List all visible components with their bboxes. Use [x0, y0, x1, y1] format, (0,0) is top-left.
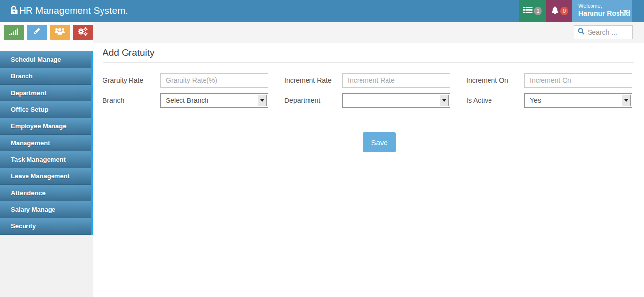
body: Schedul Manage Branch Department Office … [0, 43, 644, 297]
gears-button[interactable] [73, 25, 93, 40]
save-button[interactable]: Save [363, 132, 396, 152]
gears-icon [77, 27, 88, 38]
is-active-group: Is Active Yes [466, 93, 632, 108]
toolbar-quick-buttons [0, 22, 93, 43]
dropdown-arrow-icon [440, 95, 449, 106]
is-active-select-value: Yes [530, 97, 541, 104]
sidebar-item-task-management[interactable]: Task Management [0, 151, 93, 168]
increment-rate-input[interactable] [342, 73, 450, 88]
is-active-select[interactable]: Yes [524, 93, 632, 108]
tasks-menu-button[interactable]: 1 [519, 0, 546, 22]
sidebar-item-leave-management[interactable]: Leave Management [0, 168, 93, 185]
department-select[interactable] [342, 93, 450, 108]
page-title: Add Gratuity [103, 48, 634, 58]
sidebar-item-security[interactable]: Security [0, 218, 93, 235]
app-window: HR Management System. 1 [0, 0, 644, 297]
dropdown-arrow-icon [258, 95, 267, 106]
increment-rate-label: Increment Rate [284, 73, 342, 88]
sidebar-item-department[interactable]: Department [0, 85, 93, 101]
header-right: 1 0 Welcome, Harunur Roshid [519, 0, 644, 22]
bar-chart-icon [9, 28, 18, 37]
caret-down-icon [623, 10, 629, 13]
branch-select[interactable]: Select Branch [160, 93, 268, 108]
dropdown-arrow-icon [622, 95, 631, 106]
header-bar: HR Management System. 1 [0, 0, 644, 22]
sidebar-gap [0, 43, 93, 51]
search-input[interactable] [588, 28, 629, 36]
sidebar-item-management[interactable]: Management [0, 135, 93, 151]
user-menu[interactable]: Welcome, Harunur Roshid [572, 0, 632, 22]
form-row-2: Branch Select Branch Department Is Activ… [103, 93, 634, 108]
sidebar-item-schedul-manage[interactable]: Schedul Manage [0, 51, 93, 68]
app-title: HR Management System. [19, 5, 128, 16]
toolbar-right [93, 22, 644, 43]
increment-on-label: Increment On [466, 73, 524, 88]
sidebar-item-branch[interactable]: Branch [0, 68, 93, 85]
users-icon [54, 27, 65, 37]
sidebar-item-salary-manage[interactable]: Salary Manage [0, 201, 93, 218]
toolbar [0, 22, 644, 43]
unlock-icon [9, 4, 19, 17]
gratuity-rate-input[interactable] [160, 73, 268, 88]
gratuity-rate-group: Graruity Rate [103, 73, 268, 88]
department-label: Department [284, 93, 342, 108]
sidebar-item-attendence[interactable]: Attendence [0, 185, 93, 201]
title-divider [103, 62, 634, 63]
notifications-count-badge: 0 [560, 7, 568, 15]
increment-rate-group: Increment Rate [284, 73, 450, 88]
search-icon [578, 28, 585, 37]
search-box [574, 25, 633, 39]
brand: HR Management System. [0, 0, 128, 22]
user-name: Harunur Roshid [578, 9, 627, 18]
branch-label: Branch [103, 93, 160, 108]
main-content: Add Gratuity Graruity Rate Increment Rat… [93, 43, 644, 297]
branch-group: Branch Select Branch [103, 93, 268, 108]
is-active-label: Is Active [466, 93, 524, 108]
increment-on-input[interactable] [524, 73, 632, 88]
sidebar-item-employee-manage[interactable]: Employee Manage [0, 118, 93, 135]
sidebar-item-office-setup[interactable]: Office Setup [0, 101, 93, 118]
form-row-1: Graruity Rate Increment Rate Increment O… [103, 73, 634, 88]
branch-select-value: Select Branch [166, 97, 208, 104]
increment-on-group: Increment On [466, 73, 632, 88]
tasks-count-badge: 1 [534, 7, 542, 15]
sidebar: Schedul Manage Branch Department Office … [0, 43, 93, 297]
bar-chart-button[interactable] [4, 25, 24, 40]
gratuity-rate-label: Graruity Rate [103, 73, 160, 88]
tasks-icon [523, 6, 533, 16]
form-divider [103, 121, 634, 121]
notifications-button[interactable]: 0 [546, 0, 572, 22]
pencil-button[interactable] [27, 25, 47, 40]
bell-icon [551, 6, 559, 16]
department-group: Department [284, 93, 450, 108]
welcome-label: Welcome, [578, 3, 627, 9]
users-button[interactable] [50, 25, 70, 40]
pencil-icon [32, 27, 41, 37]
